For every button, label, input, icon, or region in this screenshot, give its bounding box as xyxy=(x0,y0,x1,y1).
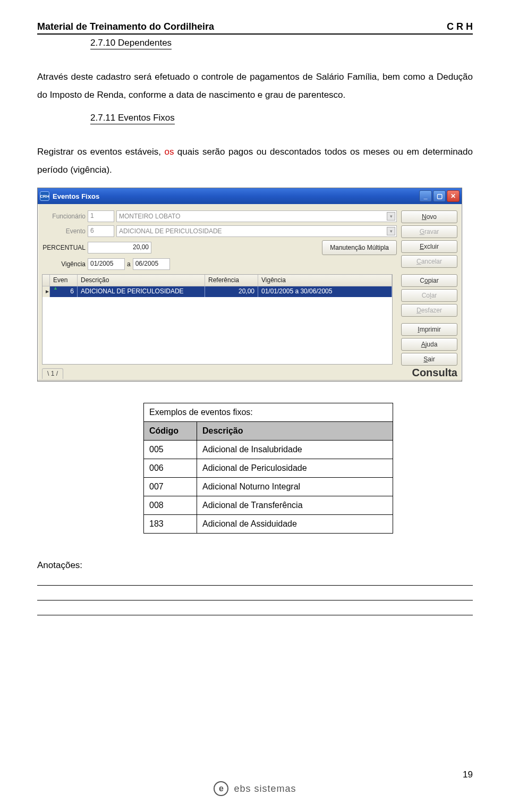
gravar-button[interactable]: Gravar xyxy=(401,225,457,238)
app-icon: CRH xyxy=(40,191,49,201)
novo-button[interactable]: Novo xyxy=(401,210,457,223)
grid-header: Even ▲ Descrição Referência Vigência xyxy=(42,275,392,286)
page-number: 19 xyxy=(463,769,473,780)
footer: e ebs sistemas xyxy=(37,781,473,796)
label-funcionario: Funcionário xyxy=(42,213,86,220)
vigencia-to[interactable]: 06/2005 xyxy=(133,258,170,270)
footer-brand: ebs sistemas xyxy=(234,783,296,794)
grid-row-selected[interactable]: ▸ 6 ADICIONAL DE PERICULOSIDADE 20,00 01… xyxy=(42,286,392,297)
col-descricao[interactable]: Descrição xyxy=(78,275,205,286)
label-percentual: PERCENTUAL xyxy=(42,244,86,251)
excluir-button[interactable]: Excluir xyxy=(401,240,457,253)
anotacoes-label: Anotações: xyxy=(37,560,473,571)
manutencao-multipla-button[interactable]: Manutenção Múltipla xyxy=(322,240,397,255)
note-line xyxy=(37,571,473,586)
eventos-fixos-window: CRH Eventos Fixos _ ▢ ✕ Funcionário 1 MO… xyxy=(37,188,462,382)
section1-paragraph: Através deste cadastro será efetuado o c… xyxy=(37,68,473,104)
form-area: Funcionário 1 MONTEIRO LOBATO ▾ Evento 6… xyxy=(42,210,397,367)
section-heading-2: 2.7.11 Eventos Fixos xyxy=(90,113,175,124)
examples-table: Exemplos de eventos fixos: Código Descri… xyxy=(143,403,393,534)
close-button[interactable]: ✕ xyxy=(447,190,460,202)
table-row: 183Adicional de Assiduidade xyxy=(144,515,393,534)
percentual-input[interactable]: 20,00 xyxy=(88,242,151,253)
label-vigencia: Vigência xyxy=(42,260,86,268)
chevron-down-icon[interactable]: ▾ xyxy=(387,212,395,221)
section-heading-1: 2.7.10 Dependentes xyxy=(90,38,172,49)
funcionario-code[interactable]: 1 xyxy=(88,210,114,222)
funcionario-name-combo[interactable]: MONTEIRO LOBATO ▾ xyxy=(116,210,397,222)
col-descricao-ex: Descrição xyxy=(197,422,393,441)
examples-title: Exemplos de eventos fixos: xyxy=(144,403,393,422)
note-line xyxy=(37,586,473,600)
red-text: os xyxy=(164,147,174,157)
header-right: C R H xyxy=(447,21,473,32)
mode-label: Consulta xyxy=(412,367,457,379)
note-line xyxy=(37,600,473,615)
pager-tab[interactable]: \ 1 / xyxy=(42,368,63,379)
label-evento: Evento xyxy=(42,227,86,235)
cancelar-button[interactable]: Cancelar xyxy=(401,255,457,268)
table-row: 005Adicional de Insalubridade xyxy=(144,441,393,459)
col-codigo: Código xyxy=(144,422,197,441)
evento-name: ADICIONAL DE PERICULOSIDADE xyxy=(117,227,387,235)
ebs-logo-icon: e xyxy=(214,781,228,796)
section2-paragraph: Registrar os eventos estáveis, os quais … xyxy=(37,143,473,179)
evento-code[interactable]: 6 xyxy=(88,225,114,237)
maximize-button[interactable]: ▢ xyxy=(433,190,446,202)
header-left: Material de Treinamento do Cordilheira xyxy=(37,21,214,32)
evento-name-combo[interactable]: ADICIONAL DE PERICULOSIDADE ▾ xyxy=(116,225,397,237)
cell-ref: 20,00 xyxy=(205,286,258,297)
label-a: a xyxy=(127,260,131,268)
titlebar: CRH Eventos Fixos _ ▢ ✕ xyxy=(38,188,462,204)
minimize-button[interactable]: _ xyxy=(419,190,432,202)
ajuda-button[interactable]: Ajuda xyxy=(401,338,457,351)
table-row: 007Adicional Noturno Integral xyxy=(144,478,393,496)
table-row: 006Adicional de Periculosidade xyxy=(144,459,393,478)
vigencia-from[interactable]: 01/2005 xyxy=(88,258,125,270)
sair-button[interactable]: Sair xyxy=(401,353,457,366)
imprimir-button[interactable]: Imprimir xyxy=(401,323,457,336)
copiar-button[interactable]: Copiar xyxy=(401,274,457,287)
table-row: 008Adicional de Transferência xyxy=(144,496,393,515)
funcionario-name: MONTEIRO LOBATO xyxy=(117,213,387,220)
desfazer-button[interactable]: Desfazer xyxy=(401,304,457,317)
col-even[interactable]: Even ▲ xyxy=(50,275,78,286)
cell-even: 6 xyxy=(50,286,78,297)
colar-button[interactable]: Colar xyxy=(401,289,457,302)
col-vigencia[interactable]: Vigência xyxy=(258,275,392,286)
window-title: Eventos Fixos xyxy=(53,192,419,200)
chevron-down-icon[interactable]: ▾ xyxy=(387,227,395,235)
col-referencia[interactable]: Referência xyxy=(205,275,258,286)
cell-vig: 01/01/2005 a 30/06/2005 xyxy=(258,286,392,297)
side-button-panel: Novo Gravar Excluir Cancelar Copiar Cola… xyxy=(401,210,457,367)
eventos-grid[interactable]: Even ▲ Descrição Referência Vigência ▸ 6… xyxy=(42,274,393,365)
cell-desc: ADICIONAL DE PERICULOSIDADE xyxy=(78,286,205,297)
